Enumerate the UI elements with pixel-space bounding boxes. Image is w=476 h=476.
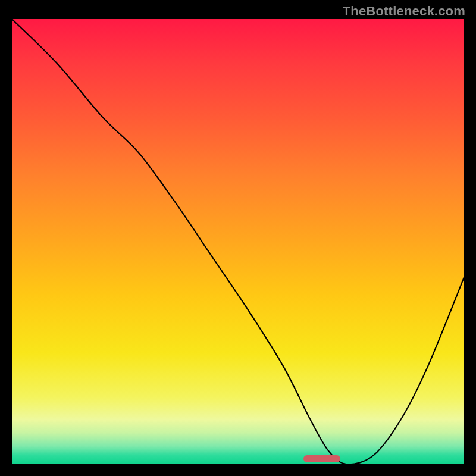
chart-container: TheBottleneck.com [0,0,476,476]
watermark-text: TheBottleneck.com [343,4,465,19]
plot-gradient-background [12,19,464,464]
optimum-marker [303,455,340,462]
